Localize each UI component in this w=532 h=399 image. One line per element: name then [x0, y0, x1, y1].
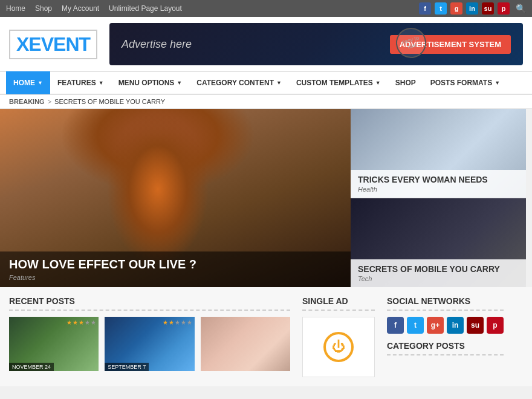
- post-card-1[interactable]: NOVEMBER 24 ★ ★ ★ ★ ★: [9, 317, 99, 371]
- social-networks-title: SOCIAL NETWORKS: [387, 296, 504, 311]
- star-rating-1: ★ ★ ★ ★ ★: [66, 319, 96, 326]
- nav-item-shop[interactable]: SHOP: [388, 71, 423, 94]
- site-header: XEVENT Advertise here easy to use advert…: [0, 17, 532, 72]
- top-search-icon[interactable]: 🔍: [516, 4, 526, 13]
- nav-unlimited[interactable]: Unlimited Page Layout: [109, 4, 182, 13]
- hero-main-title: HOW LOVE EFFECT OUR LIVE ?: [9, 258, 342, 271]
- post-card-3[interactable]: [201, 317, 290, 371]
- menu-options-dropdown-arrow: ▼: [177, 80, 182, 86]
- top-pinterest-icon[interactable]: p: [498, 2, 510, 15]
- nav-item-home[interactable]: HOME ▼: [6, 71, 50, 94]
- nav-home[interactable]: Home: [6, 4, 25, 13]
- hero-side-overlay-2: SECRETS OF MOBILE YOU CARRY Tech: [351, 259, 526, 287]
- nav-item-menu-options[interactable]: MENU OPTIONS ▼: [111, 71, 190, 94]
- post-thumb-1: NOVEMBER 24 ★ ★ ★ ★ ★: [9, 317, 99, 371]
- breadcrumb: BREAKING > SECRETS OF MOBILE YOU CARRY: [0, 95, 532, 109]
- hero-side-title-2: SECRETS OF MOBILE YOU CARRY: [358, 264, 519, 274]
- breadcrumb-current: SECRETS OF MOBILE YOU CARRY: [54, 98, 165, 105]
- hero-side-category-1: Health: [358, 186, 519, 193]
- top-facebook-icon[interactable]: f: [419, 2, 431, 15]
- nav-shop[interactable]: Shop: [35, 4, 52, 13]
- single-ad-section: SINGLE AD ⏻: [302, 296, 375, 377]
- social-facebook-button[interactable]: f: [387, 317, 404, 334]
- power-icon: ⏻: [323, 332, 354, 362]
- hero-side-category-2: Tech: [358, 275, 519, 282]
- breadcrumb-separator: >: [48, 98, 51, 105]
- bottom-section: RECENT POSTS NOVEMBER 24 ★ ★ ★ ★ ★ SEPTE…: [0, 287, 532, 386]
- posts-row: NOVEMBER 24 ★ ★ ★ ★ ★ SEPTEMBER 7 ★ ★: [9, 317, 290, 371]
- social-googleplus-button[interactable]: g+: [427, 317, 444, 334]
- nav-myaccount[interactable]: My Account: [62, 4, 99, 13]
- top-twitter-icon[interactable]: t: [435, 2, 447, 15]
- hero-section: HOW LOVE EFFECT OUR LIVE ? Features TRIC…: [0, 109, 532, 287]
- social-buttons-row: f t g+ in su p: [387, 317, 504, 334]
- recent-posts-section: RECENT POSTS NOVEMBER 24 ★ ★ ★ ★ ★ SEPTE…: [9, 296, 290, 377]
- recent-posts-title: RECENT POSTS: [9, 296, 290, 311]
- ad-text: Advertise here: [122, 38, 192, 51]
- category-content-dropdown-arrow: ▼: [276, 80, 282, 86]
- social-stumble-button[interactable]: su: [467, 317, 484, 334]
- post-thumb-2: SEPTEMBER 7 ★ ★ ★ ★ ★: [105, 317, 194, 371]
- top-stumble-icon[interactable]: su: [482, 2, 494, 15]
- category-posts-title: CATEGORY POSTS: [387, 341, 504, 355]
- features-dropdown-arrow: ▼: [99, 80, 104, 86]
- header-ad-banner[interactable]: Advertise here easy to use advertisement…: [109, 23, 523, 65]
- posts-formats-dropdown-arrow: ▼: [495, 80, 500, 86]
- top-nav-links: Home Shop My Account Unlimited Page Layo…: [6, 4, 182, 13]
- star-rating-2: ★ ★ ★ ★ ★: [163, 319, 192, 326]
- ad-badge: easy to use: [392, 24, 429, 61]
- hero-sidebar: TRICKS EVERY WOMAN NEEDS Health SECRETS …: [351, 109, 526, 287]
- top-nav-bar: Home Shop My Account Unlimited Page Layo…: [0, 0, 532, 17]
- hero-side-overlay-1: TRICKS EVERY WOMAN NEEDS Health: [351, 170, 526, 198]
- single-ad-title: SINGLE AD: [302, 296, 375, 311]
- custom-templates-dropdown-arrow: ▼: [375, 80, 381, 86]
- nav-item-features[interactable]: FEATURES ▼: [50, 71, 111, 94]
- breadcrumb-breaking: BREAKING: [9, 98, 45, 105]
- hero-side-title-1: TRICKS EVERY WOMAN NEEDS: [358, 175, 519, 184]
- top-social-bar: f t g in su p 🔍: [419, 2, 526, 15]
- hero-main-article[interactable]: HOW LOVE EFFECT OUR LIVE ? Features: [0, 109, 351, 287]
- post-card-2[interactable]: SEPTEMBER 7 ★ ★ ★ ★ ★: [105, 317, 194, 371]
- logo-x: X: [16, 33, 28, 55]
- hero-main-category: Features: [9, 274, 342, 281]
- post-date-2: SEPTEMBER 7: [105, 363, 149, 371]
- post-thumb-3: [201, 317, 290, 371]
- nav-item-custom-templates[interactable]: CUSTOM TEMPLATES ▼: [289, 71, 388, 94]
- social-twitter-button[interactable]: t: [407, 317, 424, 334]
- home-dropdown-arrow: ▼: [37, 80, 43, 86]
- hero-side-item-1[interactable]: TRICKS EVERY WOMAN NEEDS Health: [351, 109, 526, 198]
- social-networks-section: SOCIAL NETWORKS f t g+ in su p CATEGORY …: [387, 296, 504, 377]
- site-logo: XEVENT: [9, 30, 97, 59]
- post-date-1: NOVEMBER 24: [9, 363, 54, 371]
- nav-item-category-content[interactable]: CATEGORY CONTENT ▼: [189, 71, 289, 94]
- single-ad-box[interactable]: ⏻: [302, 317, 375, 377]
- main-navigation: HOME ▼ FEATURES ▼ MENU OPTIONS ▼ CATEGOR…: [0, 72, 532, 95]
- social-linkedin-button[interactable]: in: [447, 317, 464, 334]
- nav-item-posts-formats[interactable]: POSTS FORMATS ▼: [423, 71, 507, 94]
- hero-side-item-2[interactable]: SECRETS OF MOBILE YOU CARRY Tech: [351, 198, 526, 287]
- social-pinterest-button[interactable]: p: [487, 317, 504, 334]
- logo-event: EVENT: [28, 33, 90, 55]
- hero-main-overlay: HOW LOVE EFFECT OUR LIVE ? Features: [0, 251, 351, 287]
- top-googleplus-icon[interactable]: g: [450, 2, 462, 15]
- top-linkedin-icon[interactable]: in: [466, 2, 478, 15]
